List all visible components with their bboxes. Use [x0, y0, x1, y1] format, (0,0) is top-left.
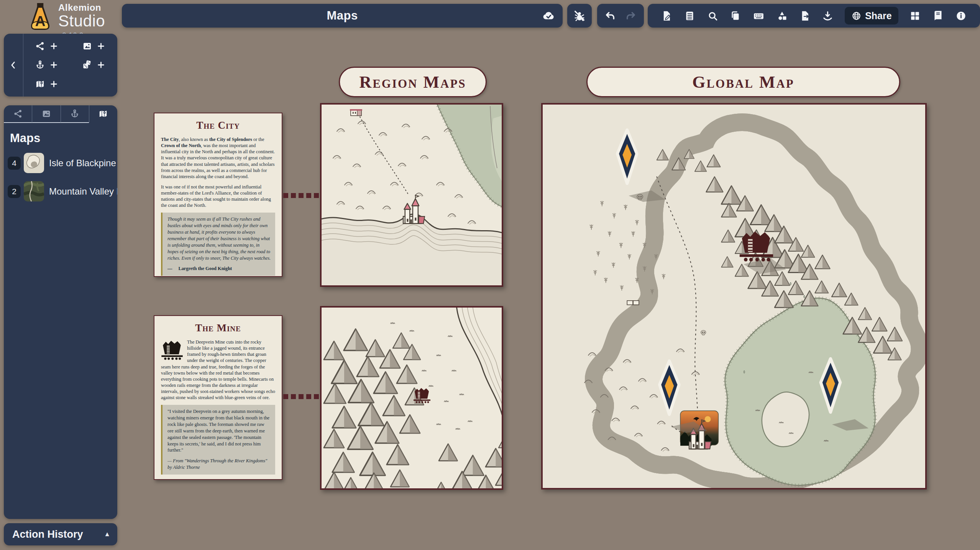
chevron-left-icon: [8, 60, 19, 70]
city-card-title: The City: [161, 119, 275, 131]
map-item-label: Mountain Valley Map: [49, 186, 117, 197]
add-node-panel: [4, 34, 117, 97]
city-card-body: The City, also known as the City of Sple…: [161, 136, 275, 276]
search-icon[interactable]: [707, 10, 719, 22]
dice-icon: [82, 60, 92, 70]
undo-icon[interactable]: [604, 10, 616, 22]
brand-name-bottom: Studio: [58, 13, 105, 29]
share-button-label: Share: [865, 10, 891, 21]
flask-logo-icon: A: [28, 3, 53, 31]
map-icon: [35, 79, 45, 89]
share-button[interactable]: Share: [845, 7, 898, 25]
undo-redo-group: [597, 4, 644, 28]
bug-off-icon: [573, 9, 586, 22]
city-region-map[interactable]: [320, 103, 503, 287]
mine-quote-block: "I visited the Deepvein on a grey autumn…: [161, 405, 275, 475]
grid-view-icon[interactable]: [909, 10, 921, 22]
board-title-bar: Maps: [122, 4, 563, 28]
tab-connections[interactable]: [4, 105, 32, 123]
city-quote-attribution: —Largreth the Good Knight: [167, 265, 271, 272]
action-history-bar[interactable]: Action History ▲: [4, 523, 117, 545]
main-toolbar: Share: [648, 4, 980, 28]
cloud-save-icon[interactable]: [542, 9, 555, 22]
add-anchor-button[interactable]: [23, 56, 70, 74]
plus-icon: [49, 41, 59, 51]
region-maps-title: Region Maps: [359, 72, 466, 92]
global-map-header[interactable]: Global Map: [586, 67, 900, 97]
sidebar-tabs: [4, 105, 117, 123]
city-note-card[interactable]: The City The City, also known as the Cit…: [154, 113, 282, 277]
mine-quote-attribution: — From "Wanderings Through the River Kin…: [167, 458, 271, 471]
add-dice-button[interactable]: [70, 56, 117, 74]
tab-anchors[interactable]: [61, 105, 89, 123]
map-node-count-badge: 4: [8, 157, 21, 170]
fort-icon[interactable]: [350, 110, 362, 116]
info-icon[interactable]: [955, 10, 967, 22]
maps-panel-heading: Maps: [10, 131, 117, 145]
plus-icon: [49, 60, 59, 70]
map-node-count-badge: 2: [8, 185, 21, 198]
global-map-canvas[interactable]: [541, 103, 927, 489]
globe-icon: [851, 11, 862, 21]
collapse-sidebar-button[interactable]: [4, 34, 23, 97]
action-history-label: Action History: [12, 529, 83, 540]
mine-card-title: The Mine: [161, 322, 275, 334]
sidebar: Maps 4 Isle of Blackpine 2 Mountain Vall…: [4, 105, 117, 519]
tab-images[interactable]: [32, 105, 60, 123]
collapse-up-icon[interactable]: ▲: [104, 530, 110, 538]
anchor-icon: [35, 60, 45, 70]
duplicate-icon[interactable]: [729, 10, 741, 22]
plus-icon: [49, 79, 59, 89]
brand-name-top: Alkemion: [58, 3, 105, 12]
mine-card-body: The Deepvein Mine cuts into the rocky hi…: [161, 339, 275, 475]
plus-icon: [96, 41, 106, 51]
add-map-button[interactable]: [23, 75, 70, 93]
minecart-icon: [161, 340, 183, 361]
shapes-icon[interactable]: [776, 10, 788, 22]
toggle-bug-report-button[interactable]: [567, 4, 592, 28]
table-icon[interactable]: [684, 10, 696, 22]
file-edit-icon[interactable]: [661, 10, 673, 22]
plus-icon: [96, 60, 106, 70]
map-thumbnail: [24, 181, 44, 201]
share-node-icon: [35, 41, 45, 51]
mine-card-map-connector: [283, 394, 319, 399]
map-thumbnail: [24, 153, 44, 173]
global-map-title: Global Map: [692, 72, 795, 92]
minecart-map-icon[interactable]: [414, 388, 430, 403]
map-item-label: Isle of Blackpine: [49, 158, 116, 169]
city-card-map-connector: [283, 193, 319, 198]
file-export-icon[interactable]: [799, 10, 811, 22]
add-image-button[interactable]: [70, 37, 117, 56]
city-quote-block: Though it may seem as if all The City ru…: [161, 213, 275, 276]
book-icon[interactable]: [932, 10, 944, 22]
region-maps-header[interactable]: Region Maps: [339, 67, 487, 97]
redo-icon[interactable]: [625, 10, 637, 22]
mine-region-map[interactable]: [320, 306, 503, 490]
download-icon[interactable]: [822, 10, 834, 22]
mine-note-card[interactable]: The Mine The Deepvein Mine cuts into the…: [154, 315, 282, 480]
tab-maps[interactable]: [89, 105, 117, 123]
image-icon: [82, 41, 92, 51]
svg-text:A: A: [35, 13, 46, 29]
add-connection-button[interactable]: [23, 37, 70, 56]
keyboard-shortcuts-icon[interactable]: [752, 10, 765, 22]
map-list-item-isle-of-blackpine[interactable]: 4 Isle of Blackpine: [8, 153, 113, 174]
bridge-icon: [627, 301, 639, 305]
board-title[interactable]: Maps: [327, 9, 358, 23]
map-list-item-mountain-valley[interactable]: 2 Mountain Valley Map: [8, 181, 113, 202]
